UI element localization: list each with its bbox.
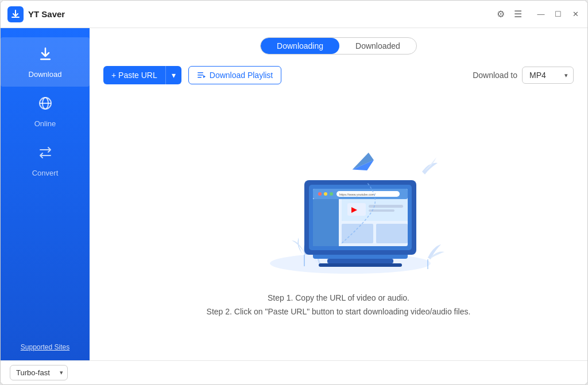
sidebar: Download Online [1, 28, 90, 360]
app-title: YT Saver [28, 9, 65, 19]
svg-text:https://www.youtube.com/: https://www.youtube.com/ [339, 193, 376, 196]
paste-url-label: + Paste URL [111, 71, 157, 80]
app-logo [7, 6, 24, 22]
illustration-area: https://www.youtube.com/ [103, 94, 574, 351]
download-icon [37, 45, 54, 67]
titlebar-left: YT Saver [7, 6, 65, 22]
app-window: YT Saver ⚙ ☰ — ☐ ✕ Download [0, 0, 588, 385]
titlebar-controls: ⚙ ☰ — ☐ ✕ [497, 9, 581, 20]
bottom-bar: Turbo-fast Fast Normal ▾ [1, 360, 587, 384]
maximize-button[interactable]: ☐ [553, 9, 563, 20]
titlebar: YT Saver ⚙ ☰ — ☐ ✕ [1, 1, 587, 28]
svg-rect-23 [347, 203, 366, 216]
main-layout: Download Online [1, 28, 587, 360]
settings-icon[interactable]: ⚙ [497, 9, 505, 20]
toolbar: + Paste URL ▾ Download Playlist [103, 66, 574, 84]
svg-rect-9 [327, 259, 393, 263]
paste-url-dropdown-arrow[interactable]: ▾ [165, 66, 181, 84]
tab-downloading[interactable]: Downloading [261, 38, 339, 54]
sidebar-item-online[interactable]: Online [1, 87, 90, 136]
step1-text: Step 1. Copy the URL of video or audio. [207, 291, 471, 305]
sidebar-convert-label: Convert [32, 169, 59, 177]
svg-rect-4 [198, 75, 203, 76]
svg-rect-10 [319, 263, 402, 267]
steps-text: Step 1. Copy the URL of video or audio. … [207, 291, 471, 319]
svg-marker-6 [203, 75, 206, 78]
supported-sites-link[interactable]: Supported Sites [21, 343, 69, 351]
download-to-section: Download to MP4 MP3 MKV AVI MOV ▾ [473, 67, 574, 84]
convert-icon [37, 144, 54, 165]
download-to-text: Download to [473, 71, 517, 80]
tabs-row: Downloading Downloaded [103, 37, 574, 55]
turbo-select[interactable]: Turbo-fast Fast Normal [10, 365, 68, 380]
tab-downloaded[interactable]: Downloaded [339, 38, 416, 54]
svg-point-15 [318, 192, 322, 196]
download-playlist-button[interactable]: Download Playlist [188, 66, 282, 84]
svg-rect-27 [342, 224, 373, 243]
window-buttons: — ☐ ✕ [536, 9, 581, 20]
sidebar-item-convert[interactable]: Convert [1, 136, 90, 185]
svg-point-17 [330, 192, 333, 196]
illustration-svg: https://www.youtube.com/ [230, 117, 448, 278]
sidebar-item-download[interactable]: Download [1, 37, 90, 87]
svg-rect-28 [376, 224, 408, 243]
online-icon [37, 95, 54, 116]
svg-rect-3 [198, 72, 203, 73]
minimize-button[interactable]: — [536, 9, 546, 20]
sidebar-online-label: Online [34, 119, 56, 128]
tab-group: Downloading Downloaded [260, 37, 417, 55]
sidebar-bottom: Supported Sites [1, 336, 90, 360]
playlist-icon [197, 71, 206, 80]
paste-url-button[interactable]: + Paste URL ▾ [103, 66, 181, 84]
menu-icon[interactable]: ☰ [514, 9, 522, 20]
format-select-wrapper: MP4 MP3 MKV AVI MOV ▾ [522, 67, 574, 84]
download-playlist-label: Download Playlist [210, 71, 273, 80]
sidebar-download-label: Download [29, 70, 62, 79]
svg-point-16 [324, 192, 327, 196]
close-button[interactable]: ✕ [570, 9, 581, 20]
svg-rect-5 [198, 77, 202, 78]
step2-text: Step 2. Click on "Paste URL" button to s… [207, 305, 471, 319]
chevron-down-icon: ▾ [172, 71, 176, 80]
content-area: Downloading Downloaded + Paste URL ▾ [90, 28, 587, 360]
svg-rect-20 [313, 199, 339, 246]
paste-url-main[interactable]: + Paste URL [103, 66, 165, 84]
turbo-select-wrapper: Turbo-fast Fast Normal ▾ [10, 365, 68, 380]
format-select[interactable]: MP4 MP3 MKV AVI MOV [522, 67, 574, 84]
svg-rect-0 [40, 59, 51, 60]
